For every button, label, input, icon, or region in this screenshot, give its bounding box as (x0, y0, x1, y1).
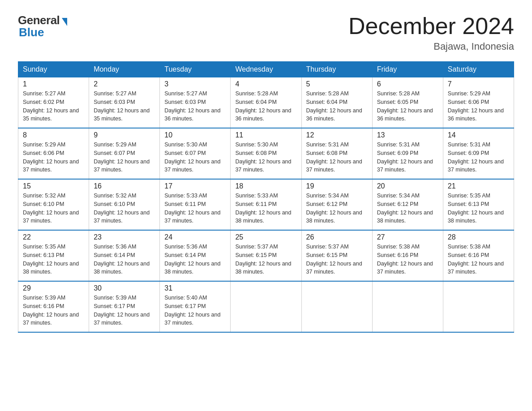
table-row: 27Sunrise: 5:38 AMSunset: 6:16 PMDayligh… (372, 230, 443, 281)
day-number: 27 (377, 233, 438, 241)
table-row: 22Sunrise: 5:35 AMSunset: 6:13 PMDayligh… (18, 230, 89, 281)
day-info: Sunrise: 5:28 AMSunset: 6:05 PMDaylight:… (377, 90, 438, 123)
table-row (301, 281, 372, 332)
day-info: Sunrise: 5:36 AMSunset: 6:14 PMDaylight:… (94, 243, 155, 276)
calendar-week-row: 8Sunrise: 5:29 AMSunset: 6:06 PMDaylight… (18, 128, 514, 179)
table-row: 20Sunrise: 5:34 AMSunset: 6:12 PMDayligh… (372, 179, 443, 230)
calendar-week-row: 29Sunrise: 5:39 AMSunset: 6:16 PMDayligh… (18, 281, 514, 332)
day-number: 13 (377, 131, 438, 139)
day-info: Sunrise: 5:29 AMSunset: 6:06 PMDaylight:… (448, 90, 509, 123)
calendar-header-row: Sunday Monday Tuesday Wednesday Thursday… (18, 62, 514, 77)
day-info: Sunrise: 5:31 AMSunset: 6:09 PMDaylight:… (377, 141, 438, 174)
day-info: Sunrise: 5:35 AMSunset: 6:13 PMDaylight:… (448, 192, 509, 225)
table-row: 10Sunrise: 5:30 AMSunset: 6:07 PMDayligh… (160, 128, 231, 179)
table-row: 12Sunrise: 5:31 AMSunset: 6:08 PMDayligh… (301, 128, 372, 179)
table-row: 25Sunrise: 5:37 AMSunset: 6:15 PMDayligh… (231, 230, 301, 281)
table-row: 23Sunrise: 5:36 AMSunset: 6:14 PMDayligh… (89, 230, 160, 281)
table-row: 9Sunrise: 5:29 AMSunset: 6:07 PMDaylight… (89, 128, 160, 179)
day-info: Sunrise: 5:30 AMSunset: 6:08 PMDaylight:… (235, 141, 296, 174)
table-row: 6Sunrise: 5:28 AMSunset: 6:05 PMDaylight… (372, 77, 443, 128)
table-row (443, 281, 514, 332)
day-number: 1 (23, 80, 84, 88)
day-number: 29 (23, 284, 84, 292)
table-row: 8Sunrise: 5:29 AMSunset: 6:06 PMDaylight… (18, 128, 89, 179)
col-saturday: Saturday (443, 62, 514, 77)
col-thursday: Thursday (301, 62, 372, 77)
day-number: 31 (164, 284, 226, 292)
table-row: 18Sunrise: 5:33 AMSunset: 6:11 PMDayligh… (231, 179, 301, 230)
day-number: 10 (164, 131, 226, 139)
day-number: 12 (306, 131, 368, 139)
col-sunday: Sunday (18, 62, 89, 77)
day-number: 30 (94, 284, 155, 292)
day-info: Sunrise: 5:37 AMSunset: 6:15 PMDaylight:… (306, 243, 368, 276)
day-number: 19 (306, 182, 368, 190)
table-row: 21Sunrise: 5:35 AMSunset: 6:13 PMDayligh… (443, 179, 514, 230)
col-tuesday: Tuesday (160, 62, 231, 77)
day-number: 22 (23, 233, 84, 241)
day-number: 18 (235, 182, 296, 190)
logo: General Blue (18, 13, 67, 39)
title-block: December 2024 Bajawa, Indonesia (348, 13, 514, 52)
table-row: 16Sunrise: 5:32 AMSunset: 6:10 PMDayligh… (89, 179, 160, 230)
day-info: Sunrise: 5:38 AMSunset: 6:16 PMDaylight:… (448, 243, 509, 276)
day-number: 11 (235, 131, 296, 139)
day-number: 20 (377, 182, 438, 190)
table-row: 17Sunrise: 5:33 AMSunset: 6:11 PMDayligh… (160, 179, 231, 230)
day-info: Sunrise: 5:38 AMSunset: 6:16 PMDaylight:… (377, 243, 438, 276)
table-row: 26Sunrise: 5:37 AMSunset: 6:15 PMDayligh… (301, 230, 372, 281)
day-info: Sunrise: 5:32 AMSunset: 6:10 PMDaylight:… (23, 192, 84, 225)
day-info: Sunrise: 5:30 AMSunset: 6:07 PMDaylight:… (164, 141, 226, 174)
day-number: 21 (448, 182, 509, 190)
location-text: Bajawa, Indonesia (348, 41, 514, 52)
calendar-table: Sunday Monday Tuesday Wednesday Thursday… (18, 61, 514, 333)
day-number: 9 (94, 131, 155, 139)
calendar-week-row: 1Sunrise: 5:27 AMSunset: 6:02 PMDaylight… (18, 77, 514, 128)
day-number: 4 (235, 80, 296, 88)
table-row: 4Sunrise: 5:28 AMSunset: 6:04 PMDaylight… (231, 77, 301, 128)
table-row: 11Sunrise: 5:30 AMSunset: 6:08 PMDayligh… (231, 128, 301, 179)
day-number: 14 (448, 131, 509, 139)
calendar-week-row: 22Sunrise: 5:35 AMSunset: 6:13 PMDayligh… (18, 230, 514, 281)
table-row: 24Sunrise: 5:36 AMSunset: 6:14 PMDayligh… (160, 230, 231, 281)
day-info: Sunrise: 5:28 AMSunset: 6:04 PMDaylight:… (235, 90, 296, 123)
day-number: 7 (448, 80, 509, 88)
day-info: Sunrise: 5:34 AMSunset: 6:12 PMDaylight:… (377, 192, 438, 225)
day-number: 17 (164, 182, 226, 190)
table-row: 5Sunrise: 5:28 AMSunset: 6:04 PMDaylight… (301, 77, 372, 128)
table-row: 7Sunrise: 5:29 AMSunset: 6:06 PMDaylight… (443, 77, 514, 128)
day-number: 5 (306, 80, 368, 88)
day-number: 16 (94, 182, 155, 190)
col-friday: Friday (372, 62, 443, 77)
table-row: 15Sunrise: 5:32 AMSunset: 6:10 PMDayligh… (18, 179, 89, 230)
logo-arrow-icon (62, 18, 67, 26)
table-row: 1Sunrise: 5:27 AMSunset: 6:02 PMDaylight… (18, 77, 89, 128)
logo-blue-text: Blue (18, 26, 44, 39)
day-info: Sunrise: 5:27 AMSunset: 6:03 PMDaylight:… (94, 90, 155, 123)
day-number: 23 (94, 233, 155, 241)
table-row (372, 281, 443, 332)
day-info: Sunrise: 5:32 AMSunset: 6:10 PMDaylight:… (94, 192, 155, 225)
day-info: Sunrise: 5:33 AMSunset: 6:11 PMDaylight:… (164, 192, 226, 225)
day-info: Sunrise: 5:29 AMSunset: 6:06 PMDaylight:… (23, 141, 84, 174)
table-row (231, 281, 301, 332)
day-info: Sunrise: 5:28 AMSunset: 6:04 PMDaylight:… (306, 90, 368, 123)
day-info: Sunrise: 5:27 AMSunset: 6:02 PMDaylight:… (23, 90, 84, 123)
table-row: 3Sunrise: 5:27 AMSunset: 6:03 PMDaylight… (160, 77, 231, 128)
day-number: 24 (164, 233, 226, 241)
day-info: Sunrise: 5:40 AMSunset: 6:17 PMDaylight:… (164, 294, 226, 327)
table-row: 13Sunrise: 5:31 AMSunset: 6:09 PMDayligh… (372, 128, 443, 179)
day-info: Sunrise: 5:36 AMSunset: 6:14 PMDaylight:… (164, 243, 226, 276)
table-row: 28Sunrise: 5:38 AMSunset: 6:16 PMDayligh… (443, 230, 514, 281)
day-number: 8 (23, 131, 84, 139)
day-info: Sunrise: 5:34 AMSunset: 6:12 PMDaylight:… (306, 192, 368, 225)
day-number: 2 (94, 80, 155, 88)
day-info: Sunrise: 5:37 AMSunset: 6:15 PMDaylight:… (235, 243, 296, 276)
day-info: Sunrise: 5:31 AMSunset: 6:08 PMDaylight:… (306, 141, 368, 174)
day-info: Sunrise: 5:35 AMSunset: 6:13 PMDaylight:… (23, 243, 84, 276)
day-info: Sunrise: 5:29 AMSunset: 6:07 PMDaylight:… (94, 141, 155, 174)
day-info: Sunrise: 5:39 AMSunset: 6:16 PMDaylight:… (23, 294, 84, 327)
day-info: Sunrise: 5:27 AMSunset: 6:03 PMDaylight:… (164, 90, 226, 123)
col-monday: Monday (89, 62, 160, 77)
table-row: 31Sunrise: 5:40 AMSunset: 6:17 PMDayligh… (160, 281, 231, 332)
